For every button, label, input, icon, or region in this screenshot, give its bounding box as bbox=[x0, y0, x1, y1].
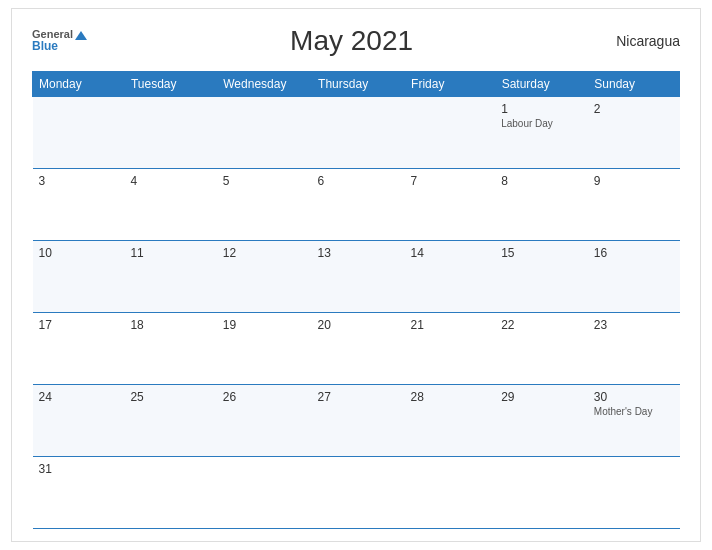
day-cell bbox=[312, 97, 405, 169]
day-number: 16 bbox=[594, 246, 674, 260]
day-number: 15 bbox=[501, 246, 582, 260]
day-number: 9 bbox=[594, 174, 674, 188]
day-cell: 24 bbox=[33, 385, 125, 457]
country-label: Nicaragua bbox=[616, 33, 680, 49]
day-number: 23 bbox=[594, 318, 674, 332]
month-title: May 2021 bbox=[290, 25, 413, 57]
logo: General Blue bbox=[32, 28, 87, 53]
day-cell: 27 bbox=[312, 385, 405, 457]
day-cell: 23 bbox=[588, 313, 680, 385]
day-cell: 3 bbox=[33, 169, 125, 241]
day-cell: 18 bbox=[124, 313, 216, 385]
day-number: 6 bbox=[318, 174, 399, 188]
day-cell: 12 bbox=[217, 241, 312, 313]
day-cell: 16 bbox=[588, 241, 680, 313]
header-wednesday: Wednesday bbox=[217, 72, 312, 97]
day-cell bbox=[588, 457, 680, 529]
day-cell: 19 bbox=[217, 313, 312, 385]
day-cell: 11 bbox=[124, 241, 216, 313]
day-number: 8 bbox=[501, 174, 582, 188]
day-cell: 31 bbox=[33, 457, 125, 529]
day-cell: 5 bbox=[217, 169, 312, 241]
day-cell: 13 bbox=[312, 241, 405, 313]
day-cell bbox=[405, 457, 496, 529]
day-number: 19 bbox=[223, 318, 306, 332]
calendar-header: General Blue May 2021 Nicaragua bbox=[32, 25, 680, 57]
week-row-4: 24252627282930Mother's Day bbox=[33, 385, 680, 457]
day-cell bbox=[217, 457, 312, 529]
week-row-2: 10111213141516 bbox=[33, 241, 680, 313]
calendar-container: General Blue May 2021 Nicaragua Monday T… bbox=[11, 8, 701, 542]
header-friday: Friday bbox=[405, 72, 496, 97]
day-number: 14 bbox=[411, 246, 490, 260]
day-number: 10 bbox=[39, 246, 119, 260]
day-number: 5 bbox=[223, 174, 306, 188]
day-cell bbox=[124, 457, 216, 529]
day-cell: 9 bbox=[588, 169, 680, 241]
logo-triangle-icon bbox=[75, 31, 87, 40]
header-monday: Monday bbox=[33, 72, 125, 97]
day-number: 22 bbox=[501, 318, 582, 332]
day-cell: 21 bbox=[405, 313, 496, 385]
day-number: 17 bbox=[39, 318, 119, 332]
day-cell: 1Labour Day bbox=[495, 97, 588, 169]
day-number: 13 bbox=[318, 246, 399, 260]
day-number: 25 bbox=[130, 390, 210, 404]
day-cell bbox=[495, 457, 588, 529]
day-cell bbox=[312, 457, 405, 529]
day-number: 11 bbox=[130, 246, 210, 260]
day-cell bbox=[33, 97, 125, 169]
day-number: 3 bbox=[39, 174, 119, 188]
calendar-table: Monday Tuesday Wednesday Thursday Friday… bbox=[32, 71, 680, 529]
day-number: 21 bbox=[411, 318, 490, 332]
weekday-header-row: Monday Tuesday Wednesday Thursday Friday… bbox=[33, 72, 680, 97]
day-number: 29 bbox=[501, 390, 582, 404]
day-number: 24 bbox=[39, 390, 119, 404]
day-number: 12 bbox=[223, 246, 306, 260]
day-cell: 14 bbox=[405, 241, 496, 313]
day-cell: 10 bbox=[33, 241, 125, 313]
holiday-label: Mother's Day bbox=[594, 406, 674, 417]
header-sunday: Sunday bbox=[588, 72, 680, 97]
day-cell: 29 bbox=[495, 385, 588, 457]
header-tuesday: Tuesday bbox=[124, 72, 216, 97]
week-row-0: 1Labour Day2 bbox=[33, 97, 680, 169]
day-number: 30 bbox=[594, 390, 674, 404]
week-row-1: 3456789 bbox=[33, 169, 680, 241]
day-number: 31 bbox=[39, 462, 119, 476]
day-cell bbox=[124, 97, 216, 169]
day-cell: 8 bbox=[495, 169, 588, 241]
day-cell: 4 bbox=[124, 169, 216, 241]
day-cell: 30Mother's Day bbox=[588, 385, 680, 457]
header-thursday: Thursday bbox=[312, 72, 405, 97]
day-number: 27 bbox=[318, 390, 399, 404]
day-cell: 26 bbox=[217, 385, 312, 457]
holiday-label: Labour Day bbox=[501, 118, 582, 129]
day-number: 20 bbox=[318, 318, 399, 332]
header-saturday: Saturday bbox=[495, 72, 588, 97]
day-cell: 22 bbox=[495, 313, 588, 385]
day-cell: 15 bbox=[495, 241, 588, 313]
day-cell: 28 bbox=[405, 385, 496, 457]
week-row-5: 31 bbox=[33, 457, 680, 529]
day-cell: 7 bbox=[405, 169, 496, 241]
day-cell: 2 bbox=[588, 97, 680, 169]
day-cell: 25 bbox=[124, 385, 216, 457]
day-cell: 6 bbox=[312, 169, 405, 241]
day-number: 28 bbox=[411, 390, 490, 404]
day-cell bbox=[405, 97, 496, 169]
day-number: 4 bbox=[130, 174, 210, 188]
day-cell: 20 bbox=[312, 313, 405, 385]
day-number: 1 bbox=[501, 102, 582, 116]
day-number: 2 bbox=[594, 102, 674, 116]
week-row-3: 17181920212223 bbox=[33, 313, 680, 385]
day-number: 18 bbox=[130, 318, 210, 332]
day-number: 26 bbox=[223, 390, 306, 404]
day-cell: 17 bbox=[33, 313, 125, 385]
logo-blue-text: Blue bbox=[32, 40, 87, 53]
day-number: 7 bbox=[411, 174, 490, 188]
day-cell bbox=[217, 97, 312, 169]
